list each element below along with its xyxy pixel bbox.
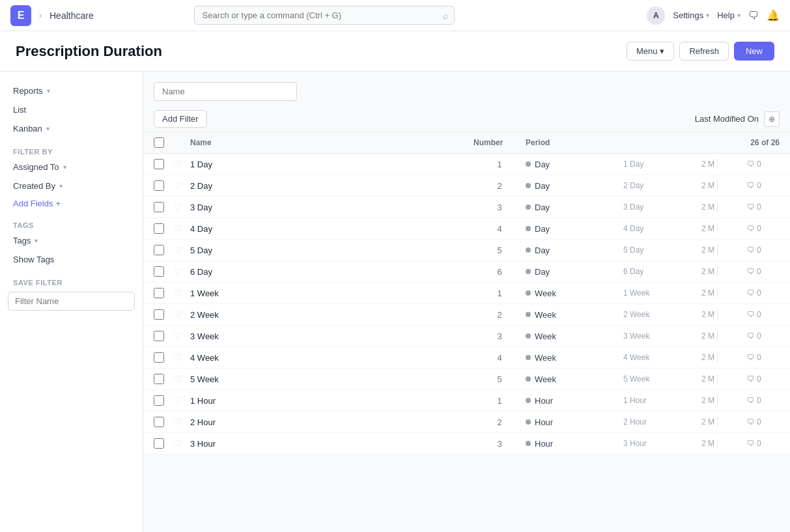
- row-name[interactable]: 5 Week: [190, 374, 473, 384]
- search-input[interactable]: [194, 6, 455, 25]
- row-comment[interactable]: 🗨 0: [747, 181, 780, 190]
- row-name[interactable]: 3 Week: [190, 331, 473, 341]
- row-checkbox[interactable]: [154, 395, 164, 406]
- add-fields-button[interactable]: Add Fields +: [8, 196, 135, 211]
- row-heart-icon[interactable]: ♡: [175, 352, 190, 363]
- row-checkbox[interactable]: [154, 159, 164, 169]
- row-checkbox[interactable]: [154, 245, 164, 255]
- row-heart-icon[interactable]: ♡: [175, 223, 190, 234]
- row-comment[interactable]: 🗨 0: [747, 288, 780, 298]
- row-comment[interactable]: 🗨 0: [747, 353, 780, 362]
- row-heart-icon[interactable]: ♡: [175, 331, 190, 341]
- row-heart-icon[interactable]: ♡: [175, 202, 190, 212]
- row-heart-icon[interactable]: ♡: [175, 374, 190, 384]
- row-divider: [717, 331, 718, 341]
- row-name[interactable]: 3 Hour: [190, 439, 473, 449]
- row-checkbox[interactable]: [154, 288, 164, 298]
- row-checkbox[interactable]: [154, 331, 164, 341]
- row-comment[interactable]: 🗨 0: [747, 396, 780, 405]
- sidebar-item-tags[interactable]: Tags ▾: [8, 232, 135, 249]
- row-meta: 3 Week: [623, 331, 675, 341]
- row-heart-icon[interactable]: ♡: [175, 245, 190, 255]
- row-name[interactable]: 1 Week: [190, 288, 473, 298]
- row-comment[interactable]: 🗨 0: [747, 160, 780, 169]
- row-name[interactable]: 5 Day: [190, 245, 473, 255]
- row-heart-icon[interactable]: ♡: [175, 266, 190, 277]
- row-name[interactable]: 4 Day: [190, 224, 473, 234]
- filter-name-input[interactable]: [8, 292, 135, 311]
- row-divider: [717, 417, 718, 427]
- assigned-to-label: Assigned To: [13, 162, 59, 172]
- sidebar-item-show-tags[interactable]: Show Tags: [8, 251, 135, 268]
- row-comment[interactable]: 🗨 0: [747, 267, 780, 276]
- menu-button[interactable]: Menu ▾: [627, 42, 675, 61]
- row-comment[interactable]: 🗨 0: [747, 224, 780, 233]
- bell-icon[interactable]: 🔔: [767, 9, 780, 21]
- row-checkbox[interactable]: [154, 309, 164, 320]
- row-checkbox[interactable]: [154, 352, 164, 363]
- chat-icon[interactable]: 🗨: [748, 10, 759, 21]
- row-divider: [717, 202, 718, 212]
- row-heart-icon[interactable]: ♡: [175, 159, 190, 169]
- row-name[interactable]: 2 Week: [190, 310, 473, 320]
- row-checkbox[interactable]: [154, 374, 164, 384]
- row-age: 2 M: [675, 181, 714, 190]
- row-name[interactable]: 3 Day: [190, 203, 473, 212]
- row-age: 2 M: [675, 288, 714, 298]
- search-icon: ⌕: [443, 10, 448, 21]
- row-checkbox[interactable]: [154, 202, 164, 212]
- avatar: A: [647, 7, 665, 25]
- row-heart-icon[interactable]: ♡: [175, 180, 190, 191]
- table-body: ♡ 1 Day 1 Day 1 Day 2 M 🗨 0 ♡ 2 Day 2 Da…: [143, 154, 790, 455]
- row-meta: 4 Week: [623, 353, 675, 362]
- row-heart-icon[interactable]: ♡: [175, 438, 190, 449]
- row-checkbox[interactable]: [154, 438, 164, 449]
- help-label: Help: [717, 10, 735, 20]
- row-name[interactable]: 1 Day: [190, 160, 473, 169]
- sort-icon-button[interactable]: ⊕: [764, 111, 780, 127]
- settings-button[interactable]: Settings ▾: [673, 10, 709, 20]
- table-row: ♡ 1 Week 1 Week 1 Week 2 M 🗨 0: [143, 283, 790, 304]
- row-divider: [717, 245, 718, 255]
- period-label: Day: [535, 160, 550, 169]
- row-checkbox[interactable]: [154, 266, 164, 277]
- select-all-checkbox[interactable]: [154, 137, 164, 148]
- name-search-input[interactable]: [154, 82, 297, 101]
- row-comment[interactable]: 🗨 0: [747, 417, 780, 427]
- row-comment[interactable]: 🗨 0: [747, 374, 780, 384]
- sidebar-item-list[interactable]: List: [8, 101, 135, 119]
- row-name[interactable]: 1 Hour: [190, 396, 473, 406]
- add-filter-button[interactable]: Add Filter: [154, 110, 207, 128]
- row-age: 2 M: [675, 331, 714, 341]
- row-number: 5: [473, 245, 526, 255]
- row-comment[interactable]: 🗨 0: [747, 331, 780, 341]
- row-comment[interactable]: 🗨 0: [747, 245, 780, 255]
- row-heart-icon[interactable]: ♡: [175, 417, 190, 427]
- row-comment[interactable]: 🗨 0: [747, 203, 780, 212]
- row-name[interactable]: 4 Week: [190, 353, 473, 363]
- row-name[interactable]: 2 Day: [190, 181, 473, 191]
- comment-count: 0: [757, 203, 761, 212]
- help-button[interactable]: Help ▾: [717, 10, 741, 20]
- sidebar-item-created-by[interactable]: Created By ▾: [8, 177, 135, 195]
- row-meta: 4 Day: [623, 224, 675, 233]
- row-name[interactable]: 2 Hour: [190, 417, 473, 427]
- table-row: ♡ 3 Week 3 Week 3 Week 2 M 🗨 0: [143, 326, 790, 347]
- row-divider: [717, 180, 718, 191]
- row-checkbox[interactable]: [154, 417, 164, 427]
- refresh-button[interactable]: Refresh: [679, 42, 729, 61]
- row-heart-icon[interactable]: ♡: [175, 395, 190, 406]
- period-label: Week: [535, 331, 556, 341]
- row-heart-icon[interactable]: ♡: [175, 288, 190, 298]
- row-heart-icon[interactable]: ♡: [175, 309, 190, 320]
- sidebar-item-assigned-to[interactable]: Assigned To ▾: [8, 158, 135, 176]
- row-comment[interactable]: 🗨 0: [747, 439, 780, 448]
- new-button[interactable]: New: [734, 42, 774, 61]
- row-period: Week: [526, 353, 623, 363]
- sidebar-item-reports[interactable]: Reports ▾: [8, 82, 135, 100]
- row-name[interactable]: 6 Day: [190, 267, 473, 277]
- sidebar-item-kanban[interactable]: Kanban ▾: [8, 120, 135, 137]
- row-comment[interactable]: 🗨 0: [747, 310, 780, 319]
- row-checkbox[interactable]: [154, 180, 164, 191]
- row-checkbox[interactable]: [154, 223, 164, 234]
